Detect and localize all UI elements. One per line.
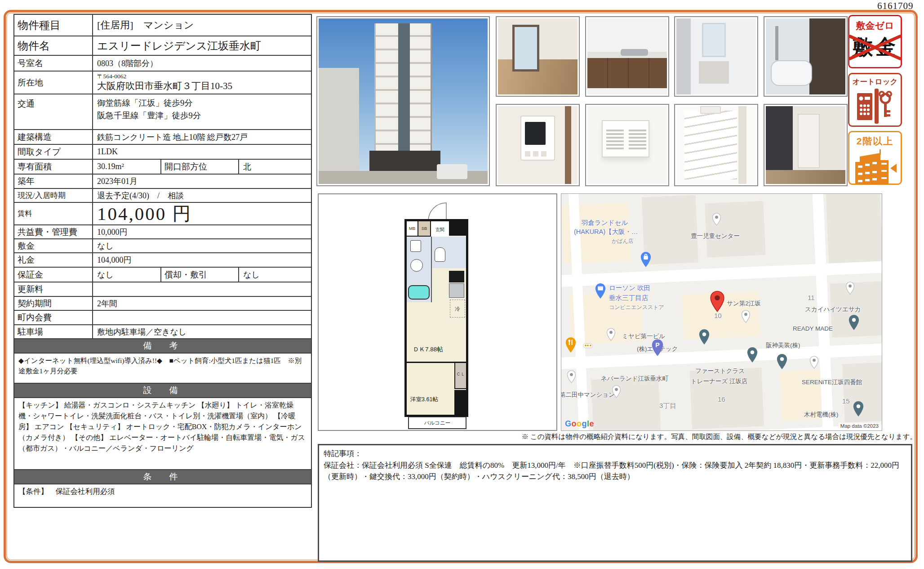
map-label-kimura: 木村電機(株) [804,411,839,419]
photo-hallway [764,104,848,186]
floorplan-dk-label: ＤＫ7.88帖 [413,345,462,354]
map-label-lawson-category: コンビニエンスストア [609,304,664,311]
table-row: 専有面積 30.19m² 開口部方位 北 [14,160,311,175]
map-label-hakura-1: 羽倉ランドセル [582,219,628,227]
map-label-jido-center: 豊一児童センター [691,232,740,240]
kitchen-cabinets [587,58,667,89]
stove-icon [449,271,464,282]
badge-autolock-title: オートロック [849,77,901,87]
map-pin-business-icon [698,329,710,345]
table-row: 共益費・管理費 10,000円 [14,225,311,239]
disclaimer-note: ※ この資料は物件の概略紹介資料になります。写真、間取図面、設備、概要などが現況… [512,432,917,442]
photo-intercom-monitor [496,104,580,186]
field-label: 敷金 [14,239,93,252]
field-value: 2023年01月 [93,175,311,188]
table-row: 号室名 0803（8階部分） [14,56,311,72]
field-value: なし [93,239,311,252]
field-value: 北 [239,160,311,174]
map-pin-generic-icon [606,328,616,341]
map-label-san-dai2-esaka: サン第2江坂 [727,300,761,308]
map-pin-restaurant-icon [565,337,577,353]
sink-icon [449,283,464,298]
field-label: 町内会費 [14,311,93,324]
field-value: 御堂筋線「江坂」徒歩9分 阪急千里線「豊津」徒歩9分 [93,94,311,129]
table-row: 賃料 104,000 円 [14,203,311,225]
special-notes-title: 特記事項： [324,448,906,460]
property-table: 物件種目 [住居用] マンション 物件名 エスリードレジデンス江坂垂水町 号室名… [13,14,312,508]
map-label-block-11: 11 [808,294,815,301]
field-label: 築年 [14,175,93,188]
map-pin-generic-icon [741,310,751,323]
intercom-screen [525,122,546,145]
field-value: 鉄筋コンクリート造 地上10階 総戸数27戸 [93,130,311,144]
badge-no-deposit-title: 敷金ゼロ [849,19,901,32]
photo-building-exterior [316,16,490,186]
field-value: 0803（8階部分） [93,56,311,71]
field-value: 敷地内駐車場／空きなし [93,325,311,338]
hall-door [798,114,820,168]
special-notes-box: 特記事項： 保証会社：保証会社利用必須 S全保連 総賃料の80% 更新13,00… [318,444,912,562]
vent-grille-left [606,130,624,151]
badge-autolock: オートロック [848,73,902,127]
floorplan-mb-label: MB [407,221,418,237]
shoe-cabinet-door [738,106,746,184]
map-pin-generic-icon [809,356,819,369]
field-label: 開口部方位 [160,160,239,174]
field-label: 物件種目 [14,15,93,36]
photo-bathroom [764,16,848,97]
table-row: 建築構造 鉄筋コンクリート造 地上10階 総戸数27戸 [14,130,311,145]
property-flyer-page: 6161709 物件種目 [住居用] マンション 物件名 エスリードレジデンス江… [0,0,924,569]
map-label-serenite: SERENiTE江坂四番館 [802,378,862,386]
vanity-cabinet [699,61,729,84]
map-pin-shopping-icon [640,251,652,268]
photo-kitchen [585,16,669,97]
map-label-hakura-2: (HAKURA)【大阪・… [574,228,638,236]
field-value [93,282,311,296]
field-value: 104,000円 [93,253,311,267]
map-label-hanshin-biso: 阪神美装(株) [766,341,800,349]
map-label-block-10: 10 [714,312,722,319]
door-frame [565,106,571,184]
map-label-lawson-1: ローソン 吹田 [609,284,650,292]
breaker-box [700,106,721,114]
section-content-joken: 【条件】 保証会社利用必須 [14,484,311,507]
section-header-joken: 条 件 [14,470,311,484]
photo-living-room [496,16,580,97]
section-header-setsubi: 設 備 [14,384,311,398]
section-content-biko: ◆インターネット無料(埋込型wifi)導入済み!!◆ ■ペット飼育:小型犬1匹ま… [14,354,311,384]
field-value: 1LDK [93,145,311,159]
building-window-column [398,23,410,159]
field-label: 号室名 [14,56,93,71]
table-row: 現況/入居時期 退去予定(4/30) / 相談 [14,189,311,203]
washer-space-icon [410,240,421,252]
table-row: 町内会費 [14,311,311,325]
upper-floor-building-icon [853,148,897,184]
table-row: 敷金 なし [14,239,311,253]
photo-shoe-storage [674,104,758,186]
field-value: エスリードレジデンス江坂垂水町 [93,36,311,55]
map-label-block-15: 15 [842,397,850,405]
section-content-setsubi: 【キッチン】 給湯器・ガスコンロ・システムキッチン 【水廻り】 トイレ・浴室乾燥… [14,398,311,470]
photo-ventilation-unit [585,104,669,186]
kitchen-sink [621,49,648,56]
field-value [93,311,311,324]
field-label: 保証金 [14,268,93,282]
field-value: [住居用] マンション [93,15,311,36]
svg-text:P: P [655,341,659,349]
field-label: 建築構造 [14,130,93,144]
rent-value: 104,000 円 [93,203,311,224]
vent-grille-right [629,130,646,151]
field-value: 〒564-0062 大阪府吹田市垂水町３丁目10-35 [93,72,311,94]
field-value: なし [239,268,311,282]
map-label-sky-heights: スカイハイツエサカ [805,305,861,314]
field-label: 共益費・管理費 [14,225,93,238]
autolock-intercom-key-icon [856,89,894,124]
postal-code: 〒564-0062 [97,73,126,80]
field-label: 駐車場 [14,325,93,338]
vanity-mirror [702,23,726,57]
map-label-neverland: ネバーランド江坂垂水町 [601,375,668,383]
shower-bar [775,26,778,60]
map-label-lawson-2: 垂水三丁目店 [609,294,648,302]
table-row: 築年 2023年01月 [14,175,311,189]
map-pin-generic-icon [712,213,721,226]
